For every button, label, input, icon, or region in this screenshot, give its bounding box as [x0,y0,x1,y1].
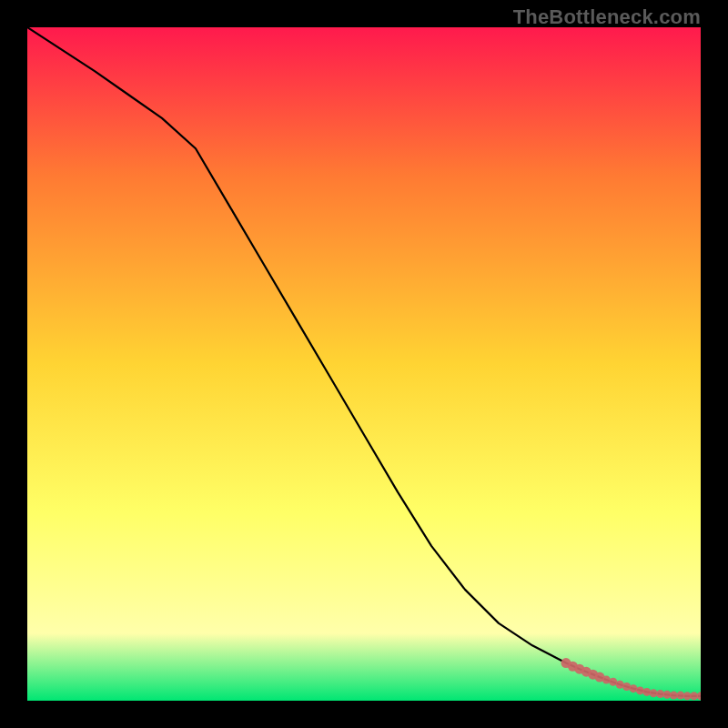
plot-area [27,27,701,701]
marker-point [642,688,651,696]
marker-point [636,686,644,694]
chart-stage: TheBottleneck.com [0,0,728,728]
gradient-background [27,27,701,701]
watermark-label: TheBottleneck.com [513,5,701,29]
chart-svg [27,27,701,701]
